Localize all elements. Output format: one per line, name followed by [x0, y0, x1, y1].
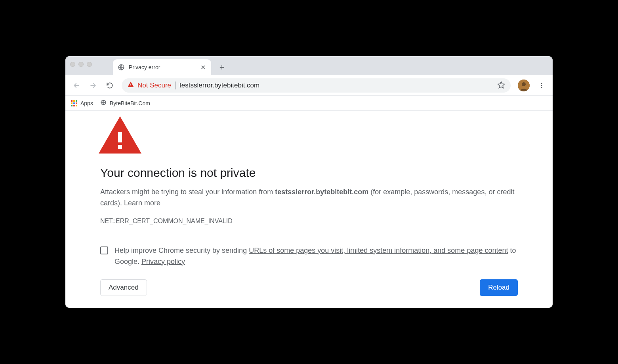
svg-rect-10 [118, 132, 122, 142]
privacy-policy-link[interactable]: Privacy policy [141, 258, 185, 265]
svg-point-5 [522, 82, 526, 86]
browser-tab[interactable]: Privacy error ✕ [113, 59, 211, 75]
svg-marker-3 [498, 82, 505, 88]
svg-rect-2 [130, 86, 131, 87]
address-bar[interactable]: Not Secure testsslerror.bytebitebit.com [122, 78, 511, 93]
profile-avatar[interactable] [518, 80, 530, 91]
advanced-button[interactable]: Advanced [100, 279, 147, 296]
apps-shortcut[interactable]: Apps [71, 100, 93, 106]
maximize-window-button[interactable] [87, 62, 92, 67]
bookmark-star-icon[interactable] [497, 81, 505, 90]
optin-details-link[interactable]: URLs of some pages you visit, limited sy… [249, 246, 508, 254]
toolbar: Not Secure testsslerror.bytebitebit.com [65, 75, 553, 96]
close-tab-button[interactable]: ✕ [199, 64, 206, 71]
close-window-button[interactable] [70, 62, 75, 67]
learn-more-link[interactable]: Learn more [124, 199, 160, 207]
svg-point-8 [541, 87, 542, 88]
reload-button[interactable] [103, 78, 117, 93]
bookmark-item[interactable]: ByteBiteBit.Com [100, 99, 150, 107]
warning-triangle-icon [99, 116, 518, 155]
minimize-window-button[interactable] [78, 62, 84, 67]
body-text-before: Attackers might be trying to steal your … [100, 188, 275, 196]
tab-strip: Privacy error ✕ ＋ [65, 56, 553, 75]
globe-icon [118, 64, 125, 71]
body-domain: testsslerror.bytebitebit.com [275, 188, 368, 196]
browser-window: Privacy error ✕ ＋ Not Secure testsslerro… [65, 56, 553, 308]
error-heading: Your connection is not private [100, 166, 518, 180]
error-body: Attackers might be trying to steal your … [100, 187, 518, 209]
security-label: Not Secure [137, 82, 171, 89]
bookmark-label: ByteBiteBit.Com [110, 100, 150, 106]
kebab-menu-icon[interactable] [534, 78, 549, 93]
forward-button[interactable] [86, 78, 100, 93]
reload-page-button[interactable]: Reload [480, 279, 518, 296]
globe-icon [100, 99, 107, 107]
new-tab-button[interactable]: ＋ [215, 60, 229, 74]
optin-checkbox[interactable] [100, 246, 108, 254]
bookmarks-bar: Apps ByteBiteBit.Com [65, 96, 553, 111]
tab-title: Privacy error [129, 64, 195, 70]
reporting-optin: Help improve Chrome security by sending … [100, 245, 518, 267]
warning-triangle-icon [127, 81, 134, 90]
optin-text-before: Help improve Chrome security by sending [114, 246, 249, 254]
svg-point-6 [541, 83, 542, 84]
back-button[interactable] [69, 78, 84, 93]
svg-rect-1 [130, 84, 131, 85]
svg-rect-11 [118, 145, 122, 149]
divider [175, 82, 175, 89]
apps-label: Apps [80, 100, 93, 106]
window-controls [70, 62, 92, 67]
security-indicator[interactable]: Not Secure [127, 81, 171, 90]
svg-point-7 [541, 85, 542, 86]
apps-grid-icon [71, 100, 77, 106]
url-text: testsslerror.bytebitebit.com [179, 82, 493, 89]
button-row: Advanced Reload [100, 279, 518, 296]
ssl-error-page: Your connection is not private Attackers… [65, 111, 553, 308]
error-code: NET::ERR_CERT_COMMON_NAME_INVALID [100, 218, 518, 225]
